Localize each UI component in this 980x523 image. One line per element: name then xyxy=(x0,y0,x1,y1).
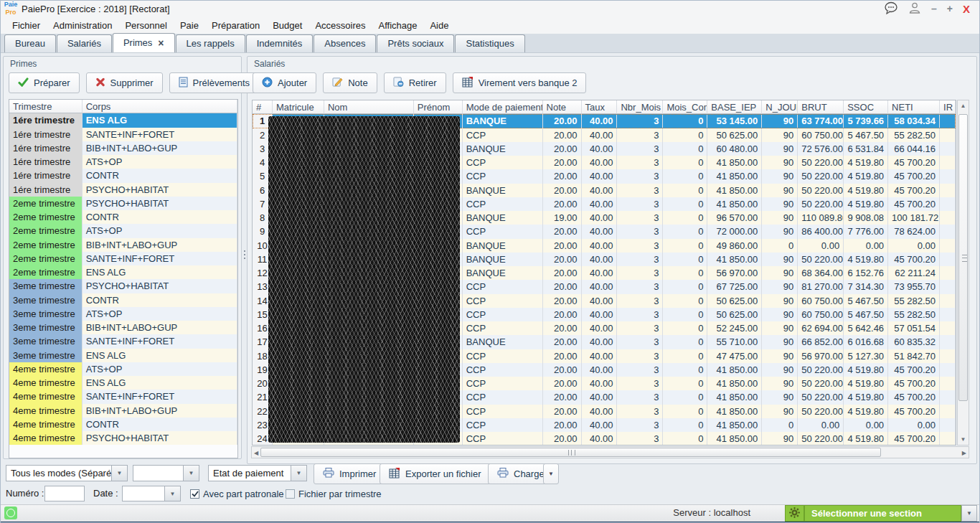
neti-cell[interactable]: 100 181.72 xyxy=(888,211,940,225)
column-header-taux[interactable]: Taux xyxy=(582,100,618,114)
table-row[interactable]: 1ére trimestreCONTR xyxy=(9,169,237,182)
scroll-up-icon[interactable]: ▲ xyxy=(958,103,969,109)
column-header-n-jours[interactable]: N_JOURS xyxy=(762,100,798,114)
table-row[interactable]: 4eme trimestrePSYCHO+HABITAT xyxy=(9,431,237,445)
ssoc-cell[interactable]: 5 467.50 xyxy=(844,294,888,308)
trimestre-cell[interactable]: 2eme trimestre xyxy=(9,224,83,237)
table-row[interactable]: 1ére trimestreATS+OP xyxy=(9,155,237,169)
scroll-left-icon[interactable]: ◀ xyxy=(254,450,258,456)
brut-cell[interactable]: 60 750.00 xyxy=(798,308,844,321)
base_iep-cell[interactable]: 56 970.00 xyxy=(707,266,762,280)
mode-cell[interactable]: BANQUE xyxy=(463,211,543,225)
note-cell[interactable]: 20.00 xyxy=(543,363,582,377)
neti-cell[interactable]: 0.00 xyxy=(888,418,940,432)
nbr_mois-cell[interactable]: 3 xyxy=(617,169,663,183)
prelevements-button[interactable]: Prélèvements xyxy=(169,72,259,93)
ssoc-cell[interactable]: 4 519.80 xyxy=(844,363,888,377)
mode-cell[interactable]: CCP xyxy=(463,308,543,321)
corps-cell[interactable]: BIB+INT+LABO+GUP xyxy=(83,141,237,155)
table-row[interactable]: 3eme trimestreBIB+INT+LABO+GUP xyxy=(9,321,237,334)
mois_compl-cell[interactable]: 0 xyxy=(663,114,707,128)
ssoc-cell[interactable]: 5 739.66 xyxy=(844,114,888,128)
tab-statistiques[interactable]: Statistiques xyxy=(455,34,524,52)
date-select[interactable]: ▼ xyxy=(122,486,181,501)
mode-cell[interactable]: CCP xyxy=(463,156,543,169)
mois_compl-cell[interactable]: 0 xyxy=(663,156,707,169)
horizontal-scroll-thumb[interactable] xyxy=(260,448,881,457)
taux-cell[interactable]: 40.00 xyxy=(582,156,618,169)
corps-cell[interactable]: PSYCHO+HABITAT xyxy=(83,183,237,197)
mois_compl-cell[interactable]: 0 xyxy=(663,169,707,183)
neti-cell[interactable]: 55 282.50 xyxy=(888,294,940,308)
trimestre-cell[interactable]: 3eme trimestre xyxy=(9,334,83,348)
corps-cell[interactable]: ENS ALG xyxy=(83,113,237,127)
note-cell[interactable]: 20.00 xyxy=(543,405,582,418)
n_jours-cell[interactable]: 90 xyxy=(762,266,798,280)
n_jours-cell[interactable]: 90 xyxy=(762,253,798,266)
tab-indemnites[interactable]: Indemnités xyxy=(246,34,314,52)
table-row[interactable]: 2eme trimestreCONTR xyxy=(9,210,237,224)
taux-cell[interactable]: 40.00 xyxy=(582,349,618,363)
tab-absences[interactable]: Absences xyxy=(314,34,376,52)
corps-cell[interactable]: ATS+OP xyxy=(83,362,237,376)
mois_compl-cell[interactable]: 0 xyxy=(663,266,707,280)
mois_compl-cell[interactable]: 0 xyxy=(663,280,707,293)
tab-primes[interactable]: Primes× xyxy=(113,33,175,52)
empty-select[interactable]: ▼ xyxy=(133,465,199,481)
n_jours-cell[interactable]: 0 xyxy=(762,239,798,253)
neti-cell[interactable]: 45 700.20 xyxy=(888,169,940,183)
maximize-button[interactable]: + xyxy=(947,0,953,18)
minimize-button[interactable]: – xyxy=(931,0,937,18)
mode-cell[interactable]: CCP xyxy=(463,432,543,446)
corps-cell[interactable]: SANTE+INF+FORET xyxy=(83,128,237,141)
note-button[interactable]: Note xyxy=(323,72,377,93)
trimestre-cell[interactable]: 3eme trimestre xyxy=(9,321,83,334)
corps-cell[interactable]: CONTR xyxy=(83,169,237,182)
note-cell[interactable]: 20.00 xyxy=(543,266,582,280)
ir-cell[interactable] xyxy=(940,128,956,142)
note-cell[interactable]: 20.00 xyxy=(543,390,582,404)
print-button[interactable]: Imprimer xyxy=(314,463,385,484)
n_jours-cell[interactable]: 90 xyxy=(762,156,798,169)
ir-cell[interactable] xyxy=(940,349,956,363)
brut-cell[interactable]: 60 750.00 xyxy=(798,294,844,308)
menu-item-fichier[interactable]: Fichier xyxy=(6,18,47,34)
brut-cell[interactable]: 50 220.00 xyxy=(798,363,844,377)
base_iep-cell[interactable]: 50 625.00 xyxy=(707,128,762,142)
trimestre-cell[interactable]: 2eme trimestre xyxy=(9,265,83,279)
preparer-button[interactable]: Préparer xyxy=(9,72,80,93)
n_jours-cell[interactable]: 90 xyxy=(762,335,798,349)
brut-cell[interactable]: 0.00 xyxy=(798,239,844,253)
n_jours-cell[interactable]: 90 xyxy=(762,377,798,390)
mode-cell[interactable]: CCP xyxy=(463,169,543,183)
table-row[interactable]: 1ére trimestreSANTE+INF+FORET xyxy=(9,128,237,141)
menu-item-paie[interactable]: Paie xyxy=(174,18,205,34)
nbr_mois-cell[interactable]: 3 xyxy=(617,184,663,197)
taux-cell[interactable]: 40.00 xyxy=(582,142,618,156)
taux-cell[interactable]: 40.00 xyxy=(582,266,618,280)
ssoc-cell[interactable]: 5 127.30 xyxy=(844,349,888,363)
mois_compl-cell[interactable]: 0 xyxy=(663,432,707,446)
menu-item-preparation[interactable]: Préparation xyxy=(205,18,266,34)
mois_compl-cell[interactable]: 0 xyxy=(663,253,707,266)
base_iep-cell[interactable]: 41 850.00 xyxy=(707,169,762,183)
ir-cell[interactable] xyxy=(940,390,956,404)
trimestre-cell[interactable]: 1ére trimestre xyxy=(9,113,83,127)
ssoc-cell[interactable]: 4 519.80 xyxy=(844,184,888,197)
menu-item-aide[interactable]: Aide xyxy=(423,18,455,34)
user-icon[interactable] xyxy=(908,1,921,17)
n_jours-cell[interactable]: 90 xyxy=(762,169,798,183)
column-header-matricule[interactable]: Matricule xyxy=(273,100,324,114)
nbr_mois-cell[interactable]: 3 xyxy=(617,280,663,293)
mois_compl-cell[interactable]: 0 xyxy=(663,377,707,390)
brut-cell[interactable]: 56 970.00 xyxy=(798,349,844,363)
ir-cell[interactable] xyxy=(940,156,956,169)
menu-item-personnel[interactable]: Personnel xyxy=(118,18,174,34)
corps-cell[interactable]: PSYCHO+HABITAT xyxy=(83,197,237,210)
base_iep-cell[interactable]: 41 850.00 xyxy=(707,156,762,169)
mode-cell[interactable]: CCP xyxy=(463,377,543,390)
brut-cell[interactable]: 60 750.00 xyxy=(798,128,844,142)
ssoc-cell[interactable]: 4 519.80 xyxy=(844,169,888,183)
table-row[interactable]: 4eme trimestreENS ALG xyxy=(9,376,237,390)
base_iep-cell[interactable]: 60 480.00 xyxy=(707,142,762,156)
